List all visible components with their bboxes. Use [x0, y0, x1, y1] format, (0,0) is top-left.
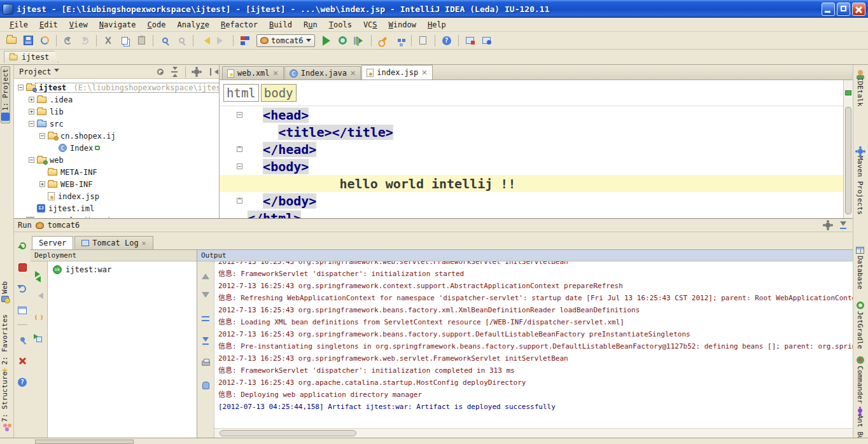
run-tab-server[interactable]: Server [32, 236, 73, 249]
tree-node-cn-shopex-ij[interactable]: −cn.shopex.ij [14, 130, 219, 142]
scroll-to-end-button[interactable] [198, 333, 213, 349]
tree-toggle[interactable]: − [39, 133, 45, 139]
fold-marker[interactable]: ^ [237, 198, 242, 204]
tree-node-external-libraries[interactable]: +External Libraries [14, 214, 219, 218]
forward-button[interactable] [214, 33, 229, 48]
tree-node-meta-inf[interactable]: META-INF [14, 166, 219, 178]
run-button[interactable] [319, 33, 334, 48]
paste-button[interactable] [134, 33, 149, 48]
tree-node-src[interactable]: −src [14, 118, 219, 130]
export-to-html-button[interactable] [416, 33, 431, 48]
toolwindow-tab----structure[interactable]: 7: Structure [1, 371, 9, 427]
stop-button[interactable] [15, 260, 30, 275]
panel-settings-button[interactable] [191, 66, 202, 78]
save-all-button[interactable] [20, 33, 36, 48]
menu-view[interactable]: View [64, 19, 94, 31]
tree-toggle[interactable]: + [39, 181, 45, 187]
run-panel-settings-button[interactable] [822, 219, 834, 231]
toolwindow-tab----project[interactable]: 1: Project [1, 66, 10, 123]
toolwindow-tab-database[interactable]: Database [856, 247, 864, 289]
breadcrumb-tag-body[interactable]: body [261, 84, 297, 102]
close-tab-icon[interactable]: ✕ [273, 69, 279, 78]
close-button[interactable] [15, 353, 30, 368]
clear-all-button[interactable] [198, 378, 213, 393]
redo-button[interactable] [77, 33, 92, 48]
title-bar[interactable]: ijtest - [E:\liubingshopexworkspace\ijte… [0, 0, 868, 18]
menu-tools[interactable]: Tools [323, 19, 358, 31]
scrollbar-thumb[interactable] [220, 430, 356, 436]
menu-navigate[interactable]: Navigate [94, 19, 142, 31]
tree-toggle[interactable]: + [29, 97, 34, 102]
tree-node-web[interactable]: −web [14, 154, 219, 166]
tree-toggle[interactable]: + [29, 109, 34, 114]
close-tab-icon[interactable]: ✕ [421, 69, 427, 77]
restore-button[interactable] [837, 3, 850, 16]
menu-build[interactable]: Build [263, 19, 298, 31]
deploy-all-artifacts-button[interactable] [31, 331, 46, 347]
editor-tab-web-xml[interactable]: web.xml✕ [222, 66, 284, 80]
close-tab-icon[interactable]: ✕ [350, 69, 356, 78]
pin-tab-button[interactable] [15, 331, 30, 347]
editor-tab-index-java[interactable]: CIndex.java✕ [284, 66, 361, 80]
deploy-button[interactable] [31, 267, 46, 282]
help-button[interactable]: ? [439, 33, 454, 48]
tree-toggle[interactable]: − [29, 121, 34, 127]
restore-layout-button[interactable] [15, 303, 30, 318]
close-button[interactable] [852, 3, 865, 16]
settings-button[interactable] [375, 33, 391, 48]
tree-node-web-inf[interactable]: +WEB-INF [14, 178, 219, 190]
close-tab-icon[interactable]: ✕ [142, 239, 146, 247]
breadcrumb[interactable]: ijtest [4, 51, 59, 63]
menu-file[interactable]: File [4, 19, 34, 31]
tree-node-index-jsp[interactable]: index.jsp [14, 190, 219, 202]
print-button[interactable] [198, 356, 213, 371]
fold-marker[interactable]: ^ [237, 146, 242, 152]
run-configuration-select[interactable]: tomcat6 [256, 34, 315, 47]
output-horizontal-scrollbar[interactable] [214, 428, 853, 438]
menu-run[interactable]: Run [298, 19, 323, 31]
tree-node-ijtest-iml[interactable]: IJijtest.iml [14, 202, 219, 214]
tree-node--idea[interactable]: +.idea [14, 94, 219, 106]
deployment-list[interactable]: okijtest:war [47, 261, 197, 438]
debug-button[interactable] [335, 33, 351, 48]
synchronize-button[interactable] [37, 33, 52, 48]
run-panel-hide-button[interactable] [837, 219, 849, 231]
copy-button[interactable] [117, 33, 132, 48]
toolwindow-tab-maven-projects[interactable]: Maven Projects [856, 149, 864, 215]
tree-node-ijtest[interactable]: −ijtest (E:\liubingshopexworkspace\ijtes… [14, 81, 219, 94]
editor-tab-index-jsp[interactable]: index.jsp✕ [361, 65, 432, 80]
collapse-all-button[interactable] [169, 66, 180, 78]
down-stack-trace-button[interactable] [198, 289, 213, 304]
restore-layout-button[interactable] [479, 33, 494, 48]
todo-view-button[interactable] [237, 33, 253, 48]
tree-node-index[interactable]: CIndex [14, 142, 219, 154]
toolwindow-tab-jetgradle[interactable]: JetGradle [856, 302, 864, 349]
open-project-button[interactable] [4, 33, 19, 48]
locate-button[interactable] [155, 66, 166, 78]
menu-window[interactable]: Window [383, 19, 422, 31]
tree-node-lib[interactable]: +lib [14, 106, 219, 118]
editor-scrollbar[interactable] [843, 80, 853, 218]
find-button[interactable] [157, 33, 172, 48]
tree-toggle[interactable]: − [29, 157, 34, 163]
run-tab-tomcat-log[interactable]: Tomcat Log✕ [74, 236, 153, 249]
help-button[interactable]: ? [15, 375, 30, 390]
tree-toggle[interactable]: − [18, 85, 24, 90]
code-editor[interactable]: − <head> <title></title>^ </head>− <body… [220, 106, 853, 218]
toolwindow-tab-commander[interactable]: Commander [856, 356, 864, 404]
minimize-button[interactable] [822, 3, 835, 16]
back-button[interactable] [197, 33, 213, 48]
toolwindow-tab-web[interactable]: Web [1, 281, 9, 302]
cut-button[interactable] [101, 33, 116, 48]
menu-edit[interactable]: Edit [34, 19, 64, 31]
refresh-deployment-status-button[interactable] [15, 281, 30, 296]
menu-vcs[interactable]: VCS [358, 19, 383, 31]
soft-wrap-button[interactable] [198, 311, 213, 326]
project-view-selector[interactable]: Project [17, 67, 62, 77]
project-tree[interactable]: −ijtest (E:\liubingshopexworkspace\ijtes… [14, 79, 219, 218]
fold-marker[interactable]: − [237, 163, 242, 169]
replace-button[interactable] [174, 33, 189, 48]
undeploy-button[interactable] [31, 288, 46, 303]
deployment-item[interactable]: okijtest:war [53, 265, 192, 274]
project-structure-button[interactable] [392, 33, 407, 48]
